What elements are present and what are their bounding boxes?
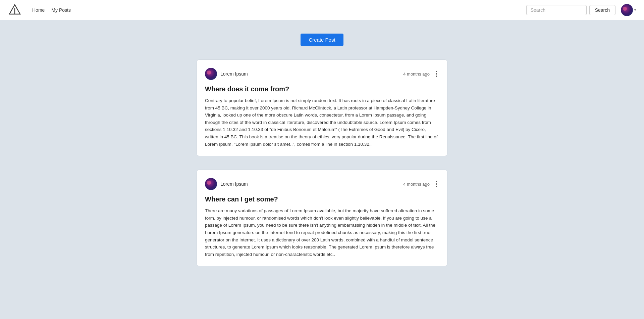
post-author-info-2: Lorem Ipsum <box>205 178 248 190</box>
post-card-1: Lorem Ipsum 4 months ago Where does it c… <box>197 59 447 156</box>
post-timestamp-1: 4 months ago <box>403 72 430 77</box>
dot-5 <box>436 183 437 185</box>
chevron-down-icon: ▾ <box>634 8 636 12</box>
post-author-name-1: Lorem Ipsum <box>220 71 248 77</box>
post-menu-button-2[interactable] <box>434 180 439 188</box>
post-author-name-2: Lorem Ipsum <box>220 181 248 187</box>
dot-6 <box>436 186 437 187</box>
dot-3 <box>436 76 437 77</box>
post-body-2: There are many variations of passages of… <box>205 207 439 258</box>
post-avatar-2 <box>205 178 217 190</box>
user-menu[interactable]: ▾ <box>621 4 636 16</box>
create-post-wrapper: Create Post <box>197 34 447 46</box>
post-body-1: Contrary to popular belief, Lorem Ipsum … <box>205 97 439 148</box>
post-header-1: Lorem Ipsum 4 months ago <box>205 68 439 80</box>
post-header-2: Lorem Ipsum 4 months ago <box>205 178 439 190</box>
post-title-1: Where does it come from? <box>205 85 439 93</box>
navbar-links: Home My Posts <box>32 7 526 13</box>
post-card-2: Lorem Ipsum 4 months ago Where can I get… <box>197 170 447 266</box>
brand-logo[interactable] <box>8 3 21 17</box>
main-content: Create Post Lorem Ipsum 4 months ago Whe… <box>191 20 453 293</box>
nav-home[interactable]: Home <box>32 7 45 13</box>
navbar-right: Search ▾ <box>526 4 636 16</box>
post-author-info-1: Lorem Ipsum <box>205 68 248 80</box>
dot-1 <box>436 71 437 72</box>
navbar: Home My Posts Search ▾ <box>0 0 644 20</box>
post-menu-button-1[interactable] <box>434 70 439 78</box>
post-title-2: Where can I get some? <box>205 195 439 203</box>
dot-4 <box>436 181 437 182</box>
create-post-button[interactable]: Create Post <box>301 34 343 46</box>
post-meta-right-1: 4 months ago <box>403 70 439 78</box>
logo-icon <box>8 3 21 17</box>
avatar <box>621 4 633 16</box>
post-avatar-1 <box>205 68 217 80</box>
nav-my-posts[interactable]: My Posts <box>51 7 71 13</box>
search-input[interactable] <box>526 5 587 15</box>
post-meta-right-2: 4 months ago <box>403 180 439 188</box>
search-button[interactable]: Search <box>589 5 615 15</box>
dot-2 <box>436 73 437 75</box>
post-timestamp-2: 4 months ago <box>403 182 430 187</box>
